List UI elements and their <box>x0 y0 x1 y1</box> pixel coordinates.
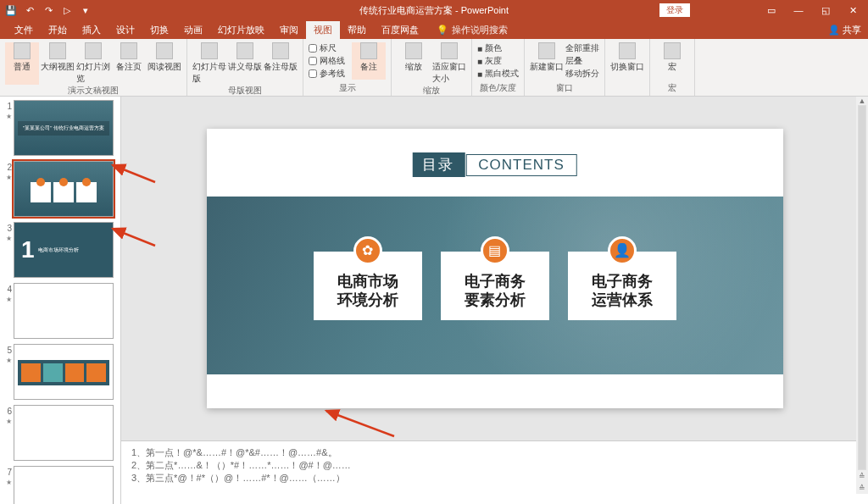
view-reading-button[interactable]: 阅读视图 <box>147 42 181 85</box>
group-caption: 演示文稿视图 <box>5 85 181 97</box>
slide[interactable]: 目录 CONTENTS ✿ 电商市场环境分析 ▤ 电子商务要素分析 👤 电子商务… <box>207 129 783 408</box>
contents-header: 目录 CONTENTS <box>412 152 577 177</box>
tab-design[interactable]: 设计 <box>108 21 142 39</box>
guides-checkbox[interactable]: 参考线 <box>309 68 345 80</box>
tab-view[interactable]: 视图 <box>306 21 340 39</box>
badge-icon: ✿ <box>353 236 382 265</box>
quick-access-toolbar: 💾 ↶ ↷ ▷ ▾ <box>0 4 92 16</box>
grayscale-button[interactable]: ■ 灰度 <box>477 55 519 67</box>
view-outline-button[interactable]: 大纲视图 <box>41 42 75 85</box>
maximize-icon[interactable]: ◱ <box>814 5 837 16</box>
view-notespage-button[interactable]: 备注页 <box>112 42 146 85</box>
login-button[interactable]: 登录 <box>659 3 690 17</box>
tab-baidu[interactable]: 百度网盘 <box>374 21 426 39</box>
tab-home[interactable]: 开始 <box>41 21 75 39</box>
ribbon: 普通 大纲视图 幻灯片浏览 备注页 阅读视图 演示文稿视图 幻灯片母版 讲义母版… <box>0 39 868 97</box>
new-window-button[interactable]: 新建窗口 <box>530 42 564 80</box>
start-icon[interactable]: ▷ <box>61 4 73 16</box>
view-sorter-button[interactable]: 幻灯片浏览 <box>76 42 110 85</box>
bulb-icon: 💡 <box>437 25 448 36</box>
switch-window-button[interactable]: 切换窗口 <box>610 42 644 73</box>
save-icon[interactable]: 💾 <box>5 4 17 16</box>
qat-more-icon[interactable]: ▾ <box>80 4 92 16</box>
photo-strip: ✿ 电商市场环境分析 ▤ 电子商务要素分析 👤 电子商务运营体系 <box>207 197 783 374</box>
notes-master-button[interactable]: 备注母版 <box>264 42 298 85</box>
title-bar: 💾 ↶ ↷ ▷ ▾ 传统行业电商运营方案 - PowerPoint 登录 ▭ —… <box>0 0 868 20</box>
vertical-scrollbar[interactable]: ▲ ≙ ≙ <box>856 97 868 494</box>
ribbon-tabs: 文件 开始 插入 设计 切换 动画 幻灯片放映 审阅 视图 帮助 百度网盘 💡操… <box>0 20 868 39</box>
chart-icon: ▤ <box>481 236 509 265</box>
content-card-3: 👤 电子商务运营体系 <box>568 252 676 320</box>
notes-button[interactable]: 备注 <box>352 42 386 80</box>
blackwhite-button[interactable]: ■ 黑白模式 <box>477 68 519 80</box>
tab-insert[interactable]: 插入 <box>75 21 108 39</box>
share-button[interactable]: 👤 共享 <box>828 24 861 36</box>
tab-transitions[interactable]: 切换 <box>142 21 176 39</box>
slide-thumb-5[interactable] <box>14 344 114 400</box>
tab-file[interactable]: 文件 <box>7 21 41 39</box>
scroll-prev-icon[interactable]: ≙ <box>856 472 868 482</box>
macros-button[interactable]: 宏 <box>655 42 689 73</box>
zoom-button[interactable]: 缩放 <box>397 42 431 85</box>
person-icon: 👤 <box>608 236 637 265</box>
slide-master-button[interactable]: 幻灯片母版 <box>192 42 226 85</box>
slide-thumb-2[interactable] <box>14 161 114 217</box>
content-card-2: ▤ 电子商务要素分析 <box>441 252 549 320</box>
note-line: 3、第三点*@！#*（）@！……#*！@……（……） <box>131 472 858 485</box>
minimize-icon[interactable]: — <box>787 5 810 15</box>
content-card-1: ✿ 电商市场环境分析 <box>314 252 422 320</box>
tab-help[interactable]: 帮助 <box>340 21 374 39</box>
slide-thumb-6[interactable] <box>14 405 114 461</box>
close-icon[interactable]: ✕ <box>841 5 865 16</box>
redo-icon[interactable]: ↷ <box>42 4 54 16</box>
note-line: 2、第二点*……&！（）*#！……*……！@#！@…… <box>131 459 858 472</box>
tab-slideshow[interactable]: 幻灯片放映 <box>210 21 272 39</box>
scroll-next-icon[interactable]: ≙ <box>856 484 868 494</box>
undo-icon[interactable]: ↶ <box>24 4 36 16</box>
slide-canvas[interactable]: 目录 CONTENTS ✿ 电商市场环境分析 ▤ 电子商务要素分析 👤 电子商务… <box>121 97 868 440</box>
tell-me[interactable]: 💡操作说明搜索 <box>437 24 508 36</box>
slide-thumbnail-pane[interactable]: 1★ "某某某公司" 传统行业电商运营方案 2★ 3★ 1电商市场环境分析 4★… <box>0 97 121 504</box>
slide-thumb-3[interactable]: 1电商市场环境分析 <box>14 222 114 278</box>
fit-window-button[interactable]: 适应窗口大小 <box>432 42 466 85</box>
slide-thumb-1[interactable]: "某某某公司" 传统行业电商运营方案 <box>14 100 114 156</box>
notes-pane[interactable]: 1、第一点！@*&……#！@*&#……！@……#&。 2、第二点*……&！（）*… <box>121 440 868 504</box>
slide-thumb-7[interactable] <box>14 466 114 504</box>
cascade-button[interactable]: 层叠 <box>565 55 599 67</box>
arrange-all-button[interactable]: 全部重排 <box>565 42 599 54</box>
move-split-button[interactable]: 移动拆分 <box>565 68 599 80</box>
color-button[interactable]: ■ 颜色 <box>477 42 519 54</box>
handout-master-button[interactable]: 讲义母版 <box>228 42 262 85</box>
window-title: 传统行业电商运营方案 - PowerPoint <box>359 4 509 17</box>
note-line: 1、第一点！@*&……#！@*&#……！@……#&。 <box>131 446 858 459</box>
tab-animations[interactable]: 动画 <box>176 21 210 39</box>
ribbon-options-icon[interactable]: ▭ <box>760 5 783 16</box>
view-normal-button[interactable]: 普通 <box>5 42 39 85</box>
ruler-checkbox[interactable]: 标尺 <box>309 42 345 54</box>
gridlines-checkbox[interactable]: 网格线 <box>309 55 345 67</box>
tab-review[interactable]: 审阅 <box>272 21 306 39</box>
slide-thumb-4[interactable] <box>14 283 114 339</box>
